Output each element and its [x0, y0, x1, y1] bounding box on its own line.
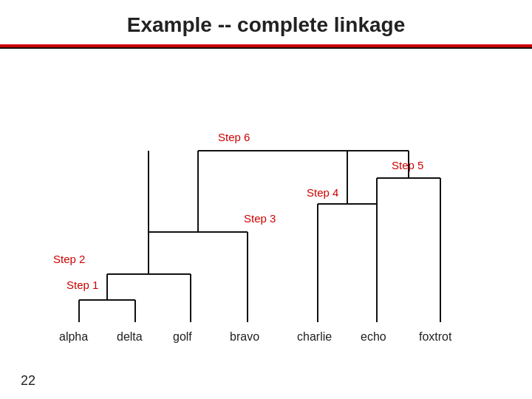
svg-text:charlie: charlie [297, 330, 332, 343]
svg-text:Step 2: Step 2 [53, 253, 85, 265]
slide-number: 22 [21, 373, 35, 389]
svg-text:Step 4: Step 4 [307, 186, 338, 199]
svg-text:delta: delta [117, 330, 143, 343]
svg-text:Step 6: Step 6 [218, 131, 250, 143]
svg-text:foxtrot: foxtrot [419, 330, 452, 343]
svg-text:Step 1: Step 1 [66, 279, 98, 291]
page-title: Example -- complete linkage [0, 0, 532, 49]
svg-text:alpha: alpha [59, 330, 88, 343]
svg-text:bravo: bravo [230, 330, 259, 343]
svg-text:echo: echo [361, 330, 386, 343]
dendrogram-svg: Step 1 Step 2 Step 3 Step 4 Step 5 Step … [0, 49, 532, 359]
svg-text:Step 5: Step 5 [392, 159, 423, 171]
svg-text:Step 3: Step 3 [244, 212, 276, 225]
svg-text:golf: golf [173, 330, 192, 343]
diagram-area: Step 1 Step 2 Step 3 Step 4 Step 5 Step … [0, 49, 532, 359]
